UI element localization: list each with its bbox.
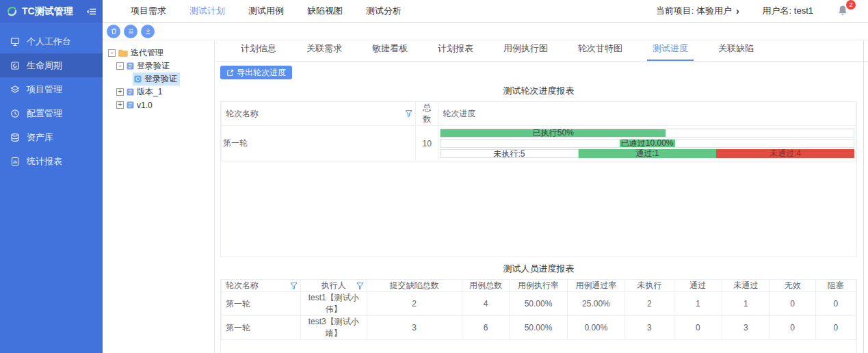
cell: 3: [722, 316, 770, 340]
tree-node-label: 登录验证: [137, 60, 170, 72]
tester-progress-table: 轮次名称 执行人 提交缺陷总数 用例总数 用例执行率 用例: [220, 279, 857, 353]
plan-doc-icon: [127, 62, 134, 70]
app-title: TC测试管理: [22, 5, 86, 18]
sidebar-item-workbench[interactable]: 个人工作台: [0, 29, 103, 53]
unexecuted-segment: 未执行:5: [440, 149, 578, 158]
expand-toggle-icon[interactable]: +: [116, 101, 124, 109]
filter-funnel-icon[interactable]: [290, 282, 298, 289]
person-table-row: 第一轮 test3【测试小靖】 3 6 50.00% 0.00% 3 0 3 0: [222, 316, 856, 340]
download-icon: [144, 27, 152, 35]
content-area: 计划信息 关联需求 敏捷看板 计划报表 用例执行图 轮次甘特图 测试进度 关联缺…: [215, 40, 868, 353]
sidebar: TC测试管理 个人工作台 生命周期 项目管理 配置管理: [0, 0, 103, 353]
round-progress-table: 轮次名称 总数 轮次进度 第一轮 10: [220, 101, 857, 257]
cell: 3: [367, 316, 462, 340]
tree-toolbar: [103, 23, 868, 40]
tab-linked-defects[interactable]: 关联缺陷: [703, 42, 769, 61]
current-project-switcher[interactable]: 当前项目: 体验用户 ›: [656, 5, 739, 17]
clock-icon: [10, 109, 20, 118]
cell: 3: [625, 316, 674, 340]
sidebar-item-label: 资产库: [27, 131, 53, 144]
tree-node-v1-0[interactable]: + v1.0: [108, 99, 211, 112]
tab-plan-info[interactable]: 计划信息: [226, 42, 291, 61]
nav-item-test-plan[interactable]: 测试计划: [178, 5, 237, 17]
cell: 0: [815, 292, 856, 316]
tab-linked-requirements[interactable]: 关联需求: [291, 42, 357, 61]
failed-segment: 未通过:4: [716, 149, 854, 158]
col-blocked: 阻塞: [815, 280, 856, 292]
tree-node-login-verify[interactable]: - 登录验证: [108, 60, 211, 73]
nav-item-defect-view[interactable]: 缺陷视图: [295, 5, 354, 17]
tab-test-progress[interactable]: 测试进度: [637, 42, 703, 61]
cell: 2: [367, 292, 462, 316]
tree-node-label: 登录验证: [144, 73, 177, 85]
tab-round-gantt[interactable]: 轮次甘特图: [563, 42, 637, 61]
collapse-toggle-icon[interactable]: -: [108, 49, 116, 57]
sidebar-item-label: 配置管理: [27, 107, 62, 120]
expand-toggle-icon[interactable]: +: [116, 88, 124, 96]
nav-item-test-case[interactable]: 测试用例: [237, 5, 295, 17]
col-executor: 执行人: [301, 280, 367, 292]
tree-node-login-verify-round[interactable]: 登录验证: [108, 73, 211, 86]
cell: 6: [462, 316, 510, 340]
sidebar-item-lifecycle[interactable]: 生命周期: [0, 53, 103, 77]
list-button[interactable]: [124, 25, 137, 38]
folder-icon: [118, 49, 128, 57]
plan-doc-icon: [127, 88, 134, 96]
sidebar-item-label: 统计报表: [27, 155, 62, 168]
sidebar-item-project[interactable]: 项目管理: [0, 77, 103, 101]
tab-case-execution-chart[interactable]: 用例执行图: [488, 42, 563, 61]
cell: 0.00%: [567, 316, 624, 340]
notification-bell[interactable]: 2: [837, 4, 850, 18]
tree-node-label: 版本_1: [137, 86, 162, 98]
sidebar-item-label: 个人工作台: [27, 36, 71, 48]
col-round-progress: 轮次进度: [438, 102, 856, 126]
col-execution-rate: 用例执行率: [510, 280, 567, 292]
round-table-title: 测试轮次进度报表: [220, 85, 857, 97]
plan-tree-panel: - 迭代管理 - 登录验证 登录验证 +: [103, 40, 215, 353]
top-nav: 项目需求 测试计划 测试用例 缺陷视图 测试分析 当前项目: 体验用户 › 用户…: [103, 0, 868, 23]
current-project-label: 当前项目: 体验用户: [656, 5, 732, 17]
tab-agile-board[interactable]: 敏捷看板: [357, 42, 423, 61]
cell: 1: [674, 292, 722, 316]
report-icon: [10, 157, 20, 166]
collapse-toggle-icon[interactable]: -: [116, 62, 124, 70]
main-column: 项目需求 测试计划 测试用例 缺陷视图 测试分析 当前项目: 体验用户 › 用户…: [103, 0, 868, 353]
col-failed: 未通过: [722, 280, 770, 292]
cell: 0: [674, 316, 722, 340]
person-table-row: 第一轮 test1【测试小伟】 2 4 50.00% 25.00% 2 1 1 …: [222, 292, 856, 316]
round-table-row: 第一轮 10 已执行50% 已通过10.00%: [222, 126, 856, 161]
sidebar-item-asset[interactable]: 资产库: [0, 125, 103, 149]
person-table-title: 测试人员进度报表: [220, 263, 857, 275]
tab-plan-report[interactable]: 计划报表: [423, 42, 488, 61]
cell: 第一轮: [222, 316, 301, 340]
download-button[interactable]: [141, 25, 155, 38]
export-icon: [226, 69, 234, 77]
delete-button[interactable]: [107, 25, 120, 38]
nav-item-test-analysis[interactable]: 测试分析: [354, 5, 413, 17]
selected-tree-node[interactable]: 登录验证: [133, 73, 180, 86]
col-defects-submitted: 提交缺陷总数: [367, 280, 462, 292]
tree-node-label: 迭代管理: [131, 47, 163, 59]
cell: 第一轮: [222, 292, 301, 316]
col-total-cases: 用例总数: [462, 280, 510, 292]
tree-node-version-1[interactable]: + 版本_1: [108, 86, 211, 99]
sidebar-item-label: 项目管理: [27, 83, 62, 96]
nav-item-requirements[interactable]: 项目需求: [119, 5, 178, 17]
notification-badge: 2: [846, 0, 856, 10]
filter-funnel-icon[interactable]: [405, 110, 412, 118]
filter-funnel-icon[interactable]: [356, 282, 364, 289]
sidebar-item-config[interactable]: 配置管理: [0, 101, 103, 125]
export-round-progress-button[interactable]: 导出轮次进度: [220, 66, 292, 79]
round-table-header: 轮次名称 总数 轮次进度: [222, 102, 856, 126]
cell: 0: [770, 316, 815, 340]
sidebar-item-report[interactable]: 统计报表: [0, 149, 103, 173]
export-button-label: 导出轮次进度: [237, 67, 286, 79]
col-round-name: 轮次名称: [222, 280, 301, 292]
menu-fold-icon[interactable]: [86, 7, 96, 16]
cell: test3【测试小靖】: [301, 316, 367, 340]
col-total: 总数: [415, 102, 438, 126]
logo-bar: TC测试管理: [0, 0, 103, 23]
tree-node-iteration-mgmt[interactable]: - 迭代管理: [108, 47, 211, 60]
status-segment-bar: 未执行:5 通过:1 未通过:4: [440, 149, 854, 158]
col-round-name: 轮次名称: [222, 102, 416, 126]
